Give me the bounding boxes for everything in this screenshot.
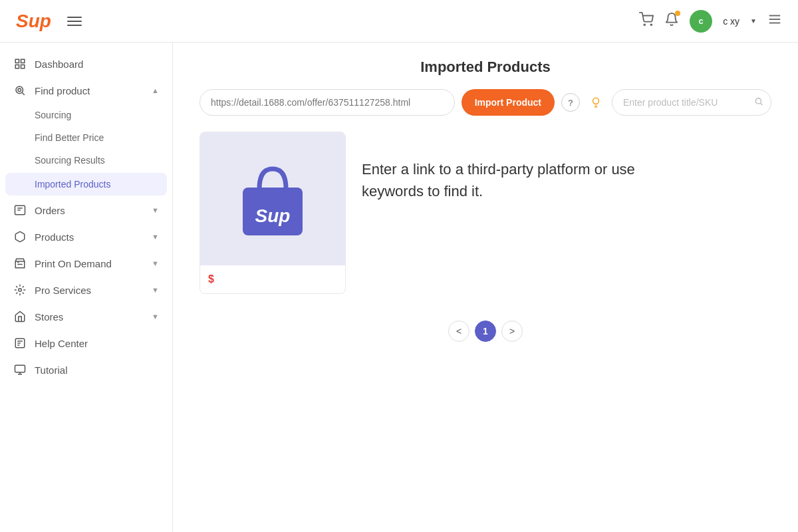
- product-bag-svg: Sup: [236, 156, 309, 242]
- sidebar-sub-label-find-better-price: Find Better Price: [35, 132, 104, 143]
- sidebar-sub-item-imported-products[interactable]: Imported Products: [5, 173, 167, 196]
- help-tooltip-icon[interactable]: ?: [561, 93, 580, 112]
- svg-rect-5: [15, 59, 19, 63]
- product-price: $: [200, 265, 345, 293]
- sidebar-item-label-help: Help Center: [35, 338, 159, 349]
- import-product-button[interactable]: Import Product: [462, 89, 555, 116]
- sidebar-item-print-on-demand[interactable]: Print On Demand ▼: [0, 250, 172, 277]
- sidebar-item-label-products: Products: [35, 231, 144, 243]
- find-product-icon: [13, 84, 27, 97]
- svg-text:Sup: Sup: [255, 205, 291, 226]
- sidebar-item-label-dashboard: Dashboard: [35, 59, 159, 70]
- pagination-page-1-button[interactable]: 1: [475, 321, 496, 342]
- empty-state-hint: Enter a link to a third-party platform o…: [362, 132, 694, 202]
- avatar[interactable]: c: [690, 10, 712, 33]
- svg-point-23: [755, 98, 761, 104]
- products-area: Sup $ Enter a link to a third-party plat…: [200, 132, 771, 294]
- search-input[interactable]: [612, 89, 771, 116]
- user-menu-chevron-icon[interactable]: ▼: [750, 17, 757, 25]
- header: Sup c c xy ▼: [0, 0, 798, 43]
- product-card: Sup $: [200, 132, 346, 294]
- svg-rect-7: [21, 65, 25, 68]
- svg-point-10: [18, 88, 21, 92]
- pagination: < 1 >: [200, 321, 771, 342]
- print-chevron-icon: ▼: [152, 259, 159, 267]
- orders-chevron-icon: ▼: [152, 206, 159, 214]
- user-name[interactable]: c xy: [723, 16, 739, 27]
- svg-rect-6: [21, 59, 25, 63]
- app-logo: Sup: [16, 11, 51, 32]
- layout: Dashboard Find product ▲ Sourcing Find B…: [0, 43, 798, 532]
- search-button[interactable]: [754, 97, 763, 108]
- stores-chevron-icon: ▼: [152, 313, 159, 321]
- sidebar-sub-item-find-better-price[interactable]: Find Better Price: [0, 126, 172, 149]
- svg-point-1: [651, 24, 652, 25]
- sidebar-sub-label-imported-products: Imported Products: [35, 179, 110, 190]
- stores-icon: [13, 310, 27, 323]
- sidebar-item-help-center[interactable]: Help Center: [0, 330, 172, 356]
- orders-icon: [13, 203, 27, 217]
- find-product-chevron-icon: ▲: [152, 86, 159, 94]
- sidebar-item-find-product[interactable]: Find product ▲: [0, 77, 172, 104]
- sidebar-item-label-find-product: Find product: [35, 85, 144, 96]
- search-wrap: [612, 89, 771, 116]
- help-icon: [13, 336, 27, 350]
- notification-badge: [675, 11, 680, 16]
- products-icon: [13, 230, 27, 243]
- print-icon: [13, 257, 27, 270]
- sidebar-item-orders[interactable]: Orders ▼: [0, 197, 172, 223]
- tutorial-icon: [13, 363, 27, 376]
- products-chevron-icon: ▼: [152, 233, 159, 241]
- sidebar-item-stores[interactable]: Stores ▼: [0, 303, 172, 330]
- sidebar-item-label-stores: Stores: [35, 311, 144, 323]
- main-inner: Imported Products Import Product ?: [173, 43, 798, 358]
- svg-point-0: [644, 24, 646, 25]
- cart-icon[interactable]: [639, 12, 654, 30]
- sidebar-item-dashboard[interactable]: Dashboard: [0, 51, 172, 77]
- sidebar-item-label-pro-services: Pro Services: [35, 285, 144, 296]
- page-title: Imported Products: [200, 59, 771, 76]
- sidebar-item-label-print: Print On Demand: [35, 258, 144, 269]
- header-right: c c xy ▼: [639, 10, 782, 33]
- url-input[interactable]: [200, 89, 455, 116]
- sidebar-sub-label-sourcing-results: Sourcing Results: [35, 155, 105, 166]
- header-left: Sup: [16, 11, 84, 32]
- pagination-prev-button[interactable]: <: [448, 321, 469, 342]
- sidebar-item-label-tutorial: Tutorial: [35, 364, 159, 376]
- svg-rect-8: [15, 65, 19, 68]
- sidebar-sub-item-sourcing[interactable]: Sourcing: [0, 104, 172, 126]
- svg-point-14: [19, 289, 22, 292]
- bulb-icon[interactable]: [587, 93, 605, 112]
- sidebar-sub-item-sourcing-results[interactable]: Sourcing Results: [0, 149, 172, 172]
- sidebar-toggle-button[interactable]: [65, 14, 84, 29]
- svg-point-9: [16, 86, 23, 94]
- pro-services-icon: [13, 283, 27, 297]
- sidebar: Dashboard Find product ▲ Sourcing Find B…: [0, 43, 173, 532]
- notification-bell-icon[interactable]: [664, 12, 679, 30]
- dashboard-icon: [13, 57, 27, 70]
- sidebar-item-label-orders: Orders: [35, 205, 144, 216]
- import-bar: Import Product ?: [200, 89, 771, 116]
- sidebar-item-tutorial[interactable]: Tutorial: [0, 356, 172, 383]
- svg-rect-19: [15, 365, 25, 372]
- sidebar-item-pro-services[interactable]: Pro Services ▼: [0, 277, 172, 303]
- product-image: Sup: [200, 132, 345, 265]
- sidebar-item-products[interactable]: Products ▼: [0, 223, 172, 250]
- main-content: Imported Products Import Product ?: [173, 43, 798, 532]
- pro-services-chevron-icon: ▼: [152, 286, 159, 294]
- pagination-next-button[interactable]: >: [501, 321, 523, 342]
- header-menu-icon[interactable]: [767, 12, 782, 30]
- sidebar-sub-label-sourcing: Sourcing: [35, 110, 71, 120]
